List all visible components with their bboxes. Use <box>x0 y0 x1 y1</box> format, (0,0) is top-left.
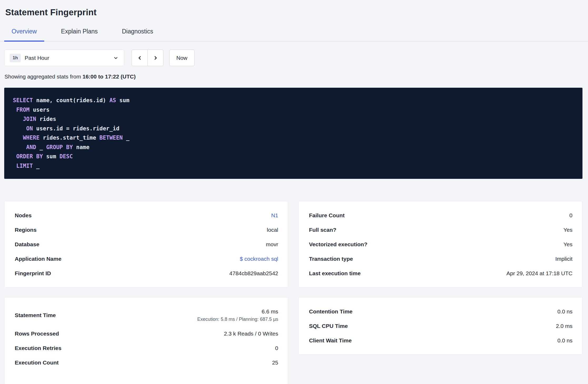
value-nodes-link[interactable]: N1 <box>271 212 278 219</box>
label-statement-time: Statement Time <box>15 312 56 318</box>
statement-fingerprint-page: Statement Fingerprint OverviewExplain Pl… <box>0 0 588 384</box>
sql-statement-box: SELECT name, count(rides.id) AS sum FROM… <box>4 88 582 179</box>
sql-text <box>13 144 26 150</box>
label-database: Database <box>15 241 39 248</box>
sql-text: _ <box>123 135 129 141</box>
sql-keyword: AS <box>109 97 116 104</box>
label-full-scan: Full scan? <box>309 227 336 233</box>
sql-line: AND _ GROUP BY name <box>13 143 574 152</box>
sql-text: users <box>29 107 49 113</box>
value-regions: local <box>267 227 278 233</box>
sql-text <box>13 153 16 160</box>
sql-text <box>13 135 23 141</box>
value-wrap-execution-retries: 0 <box>275 345 278 351</box>
sql-text: rides <box>36 116 56 122</box>
sql-keyword: AND <box>26 144 36 150</box>
value-wrap-client-wait-time: 0.0 ns <box>557 337 572 344</box>
sql-text: rides.start_time <box>39 135 99 141</box>
label-transaction-type: Transaction type <box>309 256 353 262</box>
sql-keyword: ON <box>26 125 33 132</box>
label-last-execution-time: Last execution time <box>309 270 361 277</box>
sql-line: ON users.id = rides.rider_id <box>13 124 574 134</box>
sql-text: _ <box>36 144 46 150</box>
sql-keyword: FROM <box>16 107 30 113</box>
chevron-left-icon <box>137 55 143 61</box>
value-wrap-contention-time: 0.0 ns <box>557 308 572 315</box>
tab-explain-plans[interactable]: Explain Plans <box>54 26 105 42</box>
row-application-name: Application Name$ cockroach sql <box>15 252 278 266</box>
label-sql-cpu-time: SQL CPU Time <box>309 323 348 329</box>
label-vectorized-execution: Vectorized execution? <box>309 241 367 248</box>
sql-line: WHERE rides.start_time BETWEEN _ <box>13 133 574 143</box>
time-toolbar: 1h Past Hour Now <box>4 50 582 66</box>
value-execution-retries: 0 <box>275 345 278 351</box>
label-nodes: Nodes <box>15 212 32 219</box>
value-full-scan: Yes <box>564 227 572 233</box>
value-wrap-statement-time: 6.6 msExecution: 5.8 ms / Planning: 687.… <box>197 308 278 322</box>
value-execution-count: 25 <box>272 360 278 366</box>
next-interval-button[interactable] <box>147 50 163 66</box>
value-wrap-execution-count: 25 <box>272 360 278 366</box>
value-wrap-failure-count: 0 <box>569 212 572 219</box>
value-wrap-full-scan: Yes <box>564 227 572 233</box>
row-execution-count: Execution Count25 <box>15 355 278 370</box>
label-failure-count: Failure Count <box>309 212 345 219</box>
value-wrap-regions: local <box>267 227 278 233</box>
value-wrap-database: movr <box>266 241 278 248</box>
sql-text: name <box>73 144 89 150</box>
value-vectorized-execution: Yes <box>564 241 572 248</box>
aggregated-stats-prefix: Showing aggregated stats from <box>4 73 83 80</box>
sql-line: SELECT name, count(rides.id) AS sum <box>13 96 574 105</box>
value-wrap-transaction-type: Implicit <box>555 256 572 262</box>
label-regions: Regions <box>15 227 37 233</box>
interval-arrows <box>132 50 163 66</box>
subvalue-statement-time: Execution: 5.8 ms / Planning: 687.5 µs <box>197 317 278 322</box>
tab-bar: OverviewExplain PlansDiagnostics <box>4 26 582 41</box>
value-sql-cpu-time: 2.0 ms <box>556 323 572 329</box>
now-button[interactable]: Now <box>169 50 195 66</box>
aggregated-stats-range: 16:00 to 17:22 (UTC) <box>83 73 136 80</box>
label-rows-processed: Rows Processed <box>15 331 59 337</box>
row-full-scan: Full scan?Yes <box>309 223 572 237</box>
row-vectorized-execution: Vectorized execution?Yes <box>309 237 572 252</box>
value-wrap-nodes: N1 <box>271 212 278 219</box>
top-card-row: NodesN1RegionslocalDatabasemovrApplicati… <box>4 201 582 288</box>
sql-keyword: DESC <box>59 153 73 160</box>
sql-text: sum <box>43 153 59 160</box>
sql-keyword: WHERE <box>23 135 39 141</box>
tab-diagnostics[interactable]: Diagnostics <box>114 26 161 42</box>
aggregated-stats-line: Showing aggregated stats from 16:00 to 1… <box>4 73 582 80</box>
value-wrap-rows-processed: 2.3 k Reads / 0 Writes <box>224 331 278 337</box>
sql-keyword: GROUP BY <box>46 144 73 150</box>
page-title: Statement Fingerprint <box>4 5 582 17</box>
prev-interval-button[interactable] <box>132 50 148 66</box>
chevron-right-icon <box>152 55 159 61</box>
label-execution-retries: Execution Retries <box>15 345 61 351</box>
sql-text: sum <box>116 97 129 104</box>
sql-text <box>13 107 16 113</box>
tab-overview[interactable]: Overview <box>4 26 44 42</box>
value-application-name-link[interactable]: $ cockroach sql <box>240 256 278 262</box>
sql-keyword: BETWEEN <box>99 135 123 141</box>
value-client-wait-time: 0.0 ns <box>557 337 572 344</box>
label-application-name: Application Name <box>15 256 61 262</box>
row-sql-cpu-time: SQL CPU Time2.0 ms <box>309 319 572 333</box>
tab-bar-wrap: OverviewExplain PlansDiagnostics <box>0 26 588 42</box>
value-rows-processed: 2.3 k Reads / 0 Writes <box>224 331 278 337</box>
time-range-label: Past Hour <box>25 55 49 61</box>
value-transaction-type: Implicit <box>555 256 572 262</box>
row-nodes: NodesN1 <box>15 208 278 223</box>
row-contention-time: Contention Time0.0 ns <box>309 304 572 319</box>
value-database: movr <box>266 241 278 248</box>
value-last-execution-time: Apr 29, 2024 at 17:18 UTC <box>506 270 572 277</box>
label-fingerprint-id: Fingerprint ID <box>15 270 51 277</box>
value-wrap-vectorized-execution: Yes <box>564 241 572 248</box>
time-range-dropdown[interactable]: 1h Past Hour <box>4 50 124 66</box>
sql-keyword: LIMIT <box>16 163 33 169</box>
sql-text <box>13 163 16 169</box>
row-transaction-type: Transaction typeImplicit <box>309 252 572 266</box>
sql-keyword: ORDER BY <box>16 153 43 160</box>
bottom-card-row: Statement Time6.6 msExecution: 5.8 ms / … <box>4 297 582 384</box>
label-contention-time: Contention Time <box>309 308 352 315</box>
sql-text <box>13 125 26 132</box>
